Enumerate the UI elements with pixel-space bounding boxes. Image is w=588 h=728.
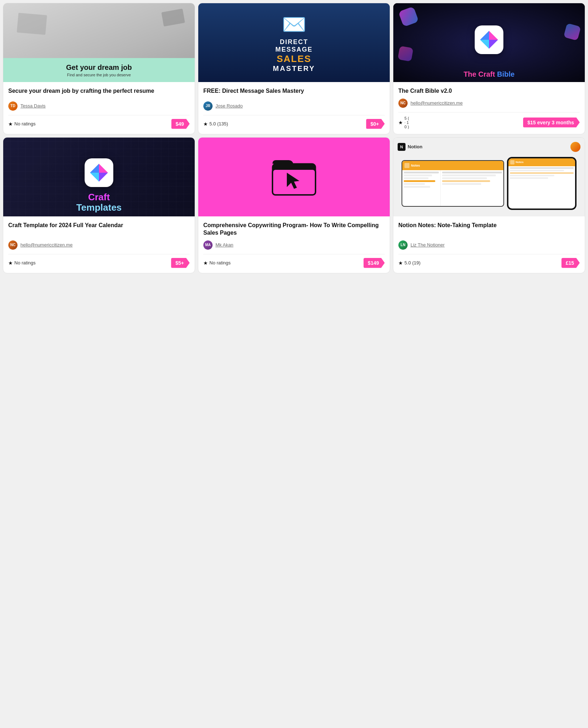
notion-devices: Notes	[398, 155, 580, 212]
card-notion-image: N Notion Notes	[393, 138, 585, 216]
card-craft-template-author[interactable]: NC hello@numericcitizen.me	[8, 240, 190, 250]
card-copywriting-body: Comprehensive Copywriting Program- How T…	[198, 216, 390, 273]
price-tag[interactable]: £15	[561, 258, 580, 268]
rating-value: No ratings	[14, 121, 35, 126]
price-tag[interactable]: $15 every 3 months	[523, 118, 580, 128]
author-avatar: MA	[203, 240, 213, 250]
card-craft-bible-footer: ★ 5 ( · 1 0 ) $15 every 3 months	[398, 112, 580, 129]
avatar-circle: NC	[8, 240, 18, 250]
card-craft-bible: The Craft Bible The Craft Bible v2.0 NC …	[393, 3, 585, 134]
card-job-body: Secure your dream job by crafting the pe…	[3, 82, 195, 134]
avatar-circle: JR	[203, 101, 213, 111]
notion-brand-label: Notion	[408, 144, 422, 149]
card-dm-footer: ★ 5.0 (135) $0+	[203, 115, 385, 129]
price-tag[interactable]: $5+	[171, 258, 190, 268]
card-craft-bible-author[interactable]: NC hello@numericcitizen.me	[398, 99, 580, 108]
price-tag[interactable]: $49	[171, 119, 190, 129]
star-icon: ★	[8, 260, 13, 266]
card-notion: N Notion Notes	[393, 137, 585, 273]
craft-template-icon	[85, 158, 113, 187]
craft-templates-label: Craft Templates	[3, 192, 195, 212]
phone-icon	[510, 160, 514, 164]
tablet-content	[402, 170, 503, 206]
the-craft: The Craft	[464, 70, 497, 78]
author-avatar: TD	[8, 101, 18, 111]
card-copywriting-author[interactable]: MA Mk Akan	[203, 240, 385, 250]
craft-label: Craft	[3, 192, 195, 202]
notion-logo: N	[398, 143, 406, 151]
rating: ★ No ratings	[8, 260, 35, 266]
notion-user-avatar	[570, 142, 580, 152]
card-copywriting-title: Comprehensive Copywriting Program- How T…	[203, 221, 385, 237]
craft-main-icon	[475, 25, 503, 54]
card-job-title: Secure your dream job by crafting the pe…	[8, 87, 190, 98]
card-craft-template-body: Craft Template for 2024 Full Year Calend…	[3, 216, 195, 273]
card-dm-author[interactable]: JR Jose Rosado	[203, 101, 385, 111]
star-icon: ★	[8, 121, 13, 127]
card-copywriting-image	[198, 138, 390, 216]
price-tag[interactable]: $0+	[366, 119, 385, 129]
tablet-main	[441, 170, 503, 206]
rating: ★ 5 ( · 1 0 )	[398, 116, 409, 129]
star-icon: ★	[398, 260, 403, 266]
rating-value: 5.0 (19)	[404, 260, 421, 265]
dm-message: MESSAGE	[273, 46, 315, 53]
rating: ★ 5.0 (19)	[398, 260, 421, 266]
card-copywriting-footer: ★ No ratings $149	[203, 254, 385, 268]
card-notion-footer: ★ 5.0 (19) £15	[398, 254, 580, 268]
tablet-notes-label: Notes	[411, 164, 420, 167]
author-name[interactable]: Jose Rosado	[215, 103, 243, 109]
card-copywriting: Comprehensive Copywriting Program- How T…	[198, 137, 390, 273]
author-name[interactable]: hello@numericcitizen.me	[20, 242, 72, 248]
tablet-icon	[404, 163, 409, 168]
product-grid: Get your dream job Find and secure the j…	[3, 3, 585, 273]
folder-cursor-icon	[269, 153, 319, 201]
author-name[interactable]: hello@numericcitizen.me	[411, 100, 463, 106]
author-avatar: LN	[398, 240, 408, 250]
phone-inner: Notes	[508, 158, 575, 209]
card-craft-template-image: Craft Templates	[3, 138, 195, 216]
card-craft-bible-title: The Craft Bible v2.0	[398, 87, 580, 95]
rating-bot: 0 )	[404, 125, 409, 129]
card-job-author[interactable]: TD Tessa Davis	[8, 101, 190, 111]
dm-text-block: DIRECT MESSAGE SALES MASTERY	[270, 38, 318, 73]
card-craft-template-footer: ★ No ratings $5+	[8, 254, 190, 268]
rating: ★ 5.0 (135)	[203, 121, 228, 127]
job-subtext: Find and secure the job you deserve	[9, 73, 189, 77]
price-tag[interactable]: $149	[364, 258, 385, 268]
card-dm: ✉️ DIRECT MESSAGE SALES MASTERY FREE: Di…	[198, 3, 390, 134]
card-job-image: Get your dream job Find and secure the j…	[3, 3, 195, 82]
notion-phone: Notes	[507, 157, 577, 210]
envelope-icon: ✉️	[282, 13, 307, 36]
tablet-sidebar	[402, 170, 441, 206]
rating-value: 5.0 (135)	[209, 121, 228, 126]
author-avatar: NC	[398, 99, 408, 108]
author-name[interactable]: Mk Akan	[215, 242, 233, 248]
author-name[interactable]: Tessa Davis	[20, 103, 46, 109]
avatar-circle: TD	[8, 101, 18, 111]
templates-label: Templates	[3, 202, 195, 213]
card-dm-image: ✉️ DIRECT MESSAGE SALES MASTERY	[198, 3, 390, 82]
phone-notes-label: Notes	[516, 161, 523, 164]
rating-value: No ratings	[14, 260, 35, 265]
avatar-circle: NC	[398, 99, 408, 108]
phone-content	[508, 166, 575, 180]
card-dm-title: FREE: Direct Message Sales Mastery	[203, 87, 385, 98]
notion-header: N Notion	[398, 142, 580, 152]
author-name[interactable]: Liz The Notioner	[411, 242, 445, 248]
star-icon: ★	[203, 121, 208, 127]
avatar-circle: MA	[203, 240, 213, 250]
card-notion-author[interactable]: LN Liz The Notioner	[398, 240, 580, 250]
card-dm-body: FREE: Direct Message Sales Mastery JR Jo…	[198, 82, 390, 134]
dm-sales: SALES	[273, 53, 315, 64]
card-job: Get your dream job Find and secure the j…	[3, 3, 195, 134]
card-job-footer: ★ No ratings $49	[8, 115, 190, 129]
rating-value: No ratings	[209, 260, 231, 265]
phone-header: Notes	[508, 158, 575, 166]
star-icon: ★	[203, 260, 208, 266]
author-avatar: JR	[203, 101, 213, 111]
bible-label: Bible	[497, 70, 514, 78]
rating: ★ No ratings	[8, 121, 35, 127]
job-headline: Get your dream job	[9, 63, 189, 72]
card-craft-bible-body: The Craft Bible v2.0 NC hello@numericcit…	[393, 82, 585, 134]
